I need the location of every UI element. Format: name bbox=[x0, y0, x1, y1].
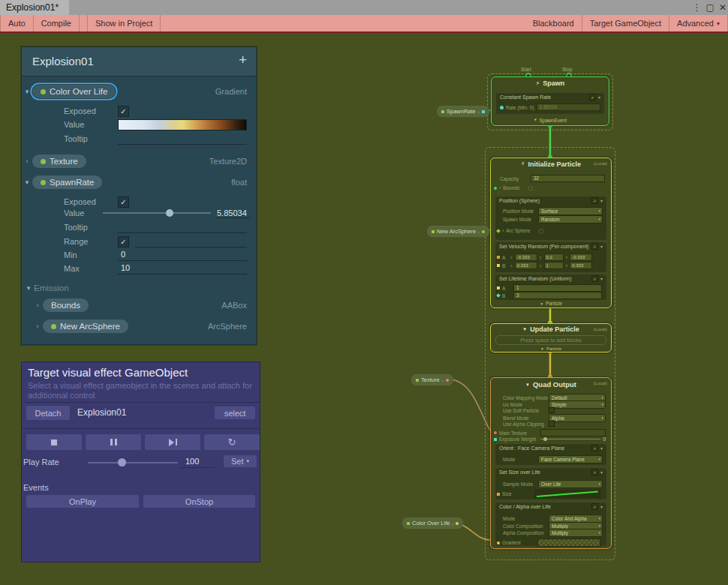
onstop-button[interactable]: OnStop bbox=[143, 495, 255, 508]
velocity-b-port[interactable] bbox=[497, 264, 500, 267]
maximize-icon[interactable]: ▢ bbox=[706, 2, 714, 13]
texture-output-port[interactable] bbox=[446, 379, 449, 382]
add-blocks-placeholder[interactable]: Press space to add blocks bbox=[495, 335, 606, 345]
param-node-texture[interactable]: Texture ‹ bbox=[411, 374, 453, 386]
exposed-checkbox[interactable]: ✓ bbox=[118, 106, 129, 117]
arcsphere-output-port[interactable] bbox=[482, 230, 485, 233]
kebab-menu-icon[interactable]: ⋮ bbox=[693, 2, 702, 13]
arc-sphere-foldout-icon[interactable]: › bbox=[502, 228, 504, 233]
exposure-weight-port[interactable] bbox=[494, 438, 497, 441]
pill-collapse-icon[interactable]: ‹ bbox=[478, 110, 480, 114]
target-gameobject-toggle-button[interactable]: Target GameObject bbox=[582, 15, 669, 32]
max-field[interactable]: 10 bbox=[118, 263, 247, 274]
lifetime-a-port[interactable] bbox=[497, 286, 500, 290]
block-enabled-checkbox[interactable]: ✓ bbox=[591, 197, 598, 204]
spawnrate-output-port[interactable] bbox=[482, 110, 485, 113]
set-velocity-random-block[interactable]: Set Velocity Random (Per-component) ✓▾ A… bbox=[495, 242, 607, 273]
param-texture[interactable]: Texture bbox=[32, 154, 86, 168]
block-collapse-icon[interactable]: ▾ bbox=[600, 446, 603, 451]
gradient-output-port[interactable] bbox=[456, 522, 459, 525]
stop-button[interactable] bbox=[26, 434, 82, 450]
initialize-particle-node[interactable]: ⚡Initialize Particle (Local) Capacity 32… bbox=[490, 158, 612, 308]
space-tag[interactable]: (Local) bbox=[594, 161, 607, 166]
asset-tab[interactable]: Explosion01* bbox=[0, 0, 69, 15]
exposure-weight-value[interactable]: 0 bbox=[603, 436, 606, 442]
value-number-field[interactable]: 5.85034 bbox=[217, 208, 250, 218]
select-button[interactable]: select bbox=[215, 406, 255, 419]
block-enabled-checkbox[interactable]: ✓ bbox=[589, 94, 596, 100]
param-color-over-life[interactable]: Color Over Life bbox=[32, 85, 116, 98]
slider-thumb[interactable] bbox=[543, 437, 547, 441]
gradient-value-field[interactable] bbox=[118, 119, 247, 130]
foldout-icon[interactable]: › bbox=[22, 158, 32, 165]
range-checkbox[interactable]: ✓ bbox=[118, 236, 129, 248]
capacity-field[interactable]: 32 bbox=[531, 175, 605, 182]
position-mode-dropdown[interactable]: Surface▾ bbox=[538, 207, 603, 215]
set-size-over-life-block[interactable]: Set Size over Life ✓▾ Sample Mode Over L… bbox=[495, 467, 607, 500]
gradient-field[interactable] bbox=[537, 538, 600, 547]
pill-collapse-icon[interactable]: ‹ bbox=[442, 378, 444, 382]
set-rate-dropdown[interactable]: Set▾ bbox=[224, 455, 257, 467]
category-emission[interactable]: Emission bbox=[34, 284, 69, 292]
show-in-project-button[interactable]: Show in Project bbox=[88, 15, 161, 32]
foldout-icon[interactable]: ▾ bbox=[23, 284, 34, 292]
play-rate-slider[interactable] bbox=[88, 462, 178, 464]
restart-button[interactable]: ↻ bbox=[204, 434, 260, 450]
size-port[interactable] bbox=[497, 493, 500, 496]
main-texture-field[interactable] bbox=[540, 429, 606, 436]
tooltip-field[interactable] bbox=[118, 134, 247, 145]
size-curve-field[interactable] bbox=[534, 490, 600, 498]
foldout-icon[interactable]: › bbox=[32, 322, 43, 330]
pill-collapse-icon[interactable]: ‹ bbox=[452, 521, 453, 526]
blackboard-header[interactable]: Explosion01 + bbox=[22, 47, 256, 76]
param-node-color-over-life[interactable]: Color Over Life ‹ bbox=[402, 518, 463, 529]
block-enabled-checkbox[interactable]: ✓ bbox=[591, 243, 598, 250]
rate-value-field[interactable]: 5.85034 bbox=[537, 104, 600, 111]
param-new-arcsphere[interactable]: New ArcSphere bbox=[43, 320, 128, 333]
pause-button[interactable] bbox=[86, 434, 141, 450]
update-particle-output[interactable]: Particle bbox=[546, 346, 561, 351]
spawn-stop-anchor[interactable]: Stop bbox=[562, 67, 572, 72]
block-collapse-icon[interactable]: ▾ bbox=[600, 244, 603, 249]
bounds-foldout-icon[interactable]: › bbox=[499, 185, 501, 190]
main-texture-port[interactable] bbox=[494, 431, 497, 434]
sample-mode-dropdown[interactable]: Over Life▾ bbox=[538, 480, 603, 488]
gradient-port[interactable] bbox=[497, 542, 500, 544]
blackboard-toggle-button[interactable]: Blackboard bbox=[525, 15, 582, 32]
detach-button[interactable]: Detach bbox=[26, 406, 70, 420]
velocity-ay-field[interactable]: 0.2 bbox=[544, 254, 564, 261]
spawn-event-output[interactable]: SpawnEvent bbox=[540, 118, 567, 123]
lifetime-b-field[interactable]: 3 bbox=[513, 292, 602, 299]
lifetime-b-port[interactable] bbox=[496, 293, 501, 298]
block-enabled-checkbox[interactable]: ✓ bbox=[591, 445, 598, 452]
initialize-particle-output[interactable]: Particle bbox=[546, 301, 562, 306]
rate-input-port[interactable] bbox=[500, 106, 504, 110]
spawn-start-anchor[interactable]: Start bbox=[521, 67, 531, 72]
block-enabled-checkbox[interactable]: ✓ bbox=[591, 469, 598, 476]
velocity-bz-field[interactable]: 0.333 bbox=[570, 262, 592, 269]
param-spawnrate[interactable]: SpawnRate bbox=[32, 176, 102, 189]
compile-button[interactable]: Compile bbox=[34, 15, 80, 32]
use-soft-particle-checkbox[interactable] bbox=[549, 407, 555, 413]
slider-thumb[interactable] bbox=[118, 458, 126, 466]
advanced-dropdown[interactable]: Advanced ▾ bbox=[669, 15, 728, 32]
block-collapse-icon[interactable]: ▾ bbox=[598, 94, 600, 100]
spawn-mode-dropdown[interactable]: Random▾ bbox=[538, 215, 603, 224]
add-parameter-button[interactable]: + bbox=[239, 52, 247, 68]
velocity-az-field[interactable]: -0.333 bbox=[570, 254, 592, 261]
foldout-icon[interactable]: ▾ bbox=[22, 178, 32, 186]
space-tag[interactable]: (Local) bbox=[594, 327, 607, 332]
block-collapse-icon[interactable]: ▾ bbox=[600, 470, 603, 475]
block-enabled-checkbox[interactable]: ✓ bbox=[591, 275, 598, 282]
onplay-button[interactable]: OnPlay bbox=[26, 495, 139, 508]
space-tag[interactable]: (Local) bbox=[594, 381, 607, 386]
tooltip-field[interactable] bbox=[118, 222, 247, 233]
pill-collapse-icon[interactable]: ‹ bbox=[478, 230, 480, 234]
velocity-bx-field[interactable]: 0.333 bbox=[515, 262, 537, 269]
block-collapse-icon[interactable]: ▾ bbox=[600, 198, 603, 203]
slider-thumb[interactable] bbox=[166, 209, 173, 217]
position-sphere-block[interactable]: Position (Sphere) ✓▾ Position Mode Surfa… bbox=[495, 196, 607, 241]
play-rate-value[interactable]: 100 bbox=[185, 457, 199, 466]
param-bounds[interactable]: Bounds bbox=[43, 298, 89, 312]
color-alpha-over-life-block[interactable]: Color / Alpha over Life ✓▾ Mode Color An… bbox=[495, 502, 607, 547]
